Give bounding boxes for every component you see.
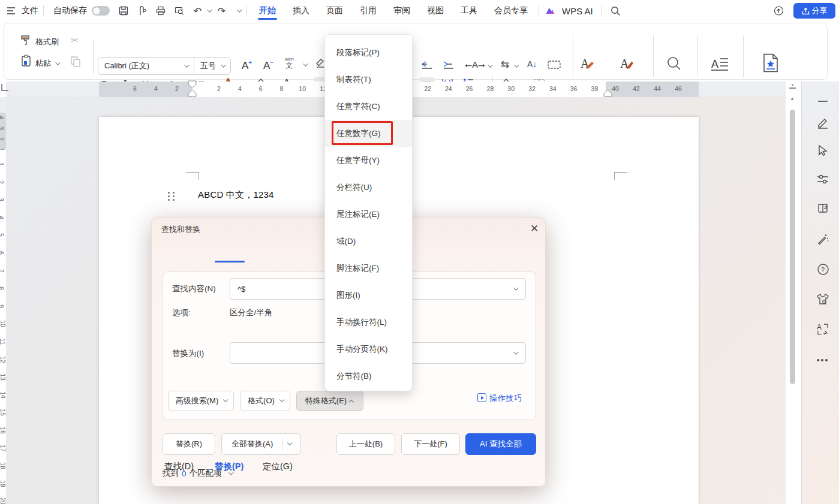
upload-cloud-icon[interactable] (774, 5, 784, 16)
scroll-up-icon[interactable]: ▲ (790, 96, 795, 101)
hamburger-menu-icon[interactable] (6, 6, 16, 16)
vertical-ruler[interactable]: 4321 1234567891011121314151617181920 (0, 97, 6, 504)
save-icon[interactable] (118, 6, 128, 16)
copy-icon[interactable] (70, 56, 81, 70)
dialog-close-icon[interactable]: ✕ (530, 222, 539, 235)
replace-all-button[interactable]: 全部替换(A) (221, 433, 300, 455)
char-scale-icon[interactable]: ⭠A⭢ (465, 59, 485, 70)
eco-reading-icon[interactable] (816, 201, 829, 215)
export-pdf-icon[interactable] (137, 6, 147, 16)
wps-ai-label[interactable]: WPS AI (562, 6, 593, 16)
menu-tab-3[interactable]: 页面 (324, 1, 345, 21)
menu-item[interactable]: 手动分页符(K) (325, 336, 412, 363)
dialog-tab-3[interactable]: 定位(G) (263, 461, 293, 472)
format-painter-icon[interactable] (20, 34, 32, 49)
sort-icon[interactable]: A↓ (527, 59, 537, 69)
tab-selector-icon[interactable] (1, 84, 8, 91)
replace-all-dropdown-icon[interactable] (287, 440, 292, 445)
increase-indent-icon[interactable] (442, 61, 455, 73)
text-direction-icon[interactable]: ⇆ (501, 58, 509, 71)
format-button[interactable]: 格式(O) (240, 391, 290, 411)
divider (93, 40, 94, 74)
menu-item[interactable]: 任意字母(Y) (325, 147, 412, 174)
show-marks-icon[interactable] (548, 61, 561, 71)
style-set-icon[interactable]: A (617, 55, 635, 75)
ruler-tick: 10 (299, 85, 306, 92)
share-button[interactable]: 分享 (793, 3, 835, 19)
decrease-font-icon[interactable]: A− (263, 59, 273, 72)
menu-item[interactable]: 任意数字(G) (325, 120, 412, 147)
format-painter-label[interactable]: 格式刷 (35, 37, 59, 47)
help-icon[interactable]: ? (816, 262, 829, 276)
print-preview-icon[interactable] (174, 6, 184, 16)
magic-wand-icon[interactable] (816, 233, 829, 246)
paragraph-drag-handle[interactable] (168, 192, 175, 201)
menu-item[interactable]: 手动换行符(L) (325, 309, 412, 336)
menu-item[interactable]: 分栏符(U) (325, 174, 412, 201)
tab-stop-icon[interactable]: ▼ (789, 84, 796, 89)
autosave-toggle[interactable] (92, 6, 110, 16)
menu-item[interactable]: 分节符(B) (325, 363, 412, 390)
print-icon[interactable] (155, 6, 166, 16)
next-button[interactable]: 下一处(F) (401, 433, 460, 455)
menu-tab-6[interactable]: 视图 (425, 1, 446, 21)
increase-font-icon[interactable]: A+ (242, 59, 252, 72)
document-text[interactable]: ABCD 中文，1234 (198, 189, 274, 201)
divider (653, 35, 654, 77)
dialog-title: 查找和替换 (161, 224, 200, 235)
right-indent-marker[interactable] (603, 89, 612, 97)
settings-sliders-icon[interactable] (816, 173, 829, 186)
menu-item[interactable]: 段落标记(P) (325, 39, 412, 66)
replace-history-dropdown-icon[interactable] (513, 349, 518, 354)
decrease-indent-icon[interactable] (420, 61, 434, 73)
hanging-indent-marker[interactable] (188, 89, 197, 97)
more-options-icon[interactable]: ••• (816, 354, 829, 367)
styles-icon[interactable]: A (578, 55, 596, 75)
paste-icon[interactable] (21, 55, 32, 70)
menu-tab-5[interactable]: 审阅 (391, 1, 413, 21)
font-name-combo[interactable]: Calibri (正文) 五号 (98, 57, 231, 75)
select-cursor-icon[interactable] (816, 144, 829, 157)
menu-tab-8[interactable]: 会员专享 (492, 1, 530, 21)
edit-pen-icon[interactable] (816, 116, 829, 129)
tips-link[interactable]: 操作技巧 (489, 393, 522, 404)
menu-tab-7[interactable]: 工具 (458, 1, 480, 21)
char-scale-dropdown-icon[interactable] (488, 62, 492, 67)
paste-dropdown-icon[interactable] (55, 60, 60, 65)
menu-item[interactable]: 域(D) (325, 228, 412, 255)
vertical-scrollbar-thumb[interactable] (790, 110, 795, 384)
translate-icon[interactable]: A (816, 322, 829, 336)
pinyin-guide-icon[interactable]: wén文 (285, 57, 294, 69)
replace-button[interactable]: 替换(R) (163, 433, 215, 455)
menu-item[interactable]: 制表符(T) (325, 66, 412, 93)
menu-item[interactable]: 脚注标记(F) (325, 255, 412, 282)
menu-item[interactable]: 任意字符(C) (325, 93, 412, 120)
menu-item[interactable]: 尾注标记(E) (325, 201, 412, 228)
smart-doc-icon[interactable] (762, 53, 779, 75)
collapse-ribbon-icon[interactable] (816, 95, 829, 108)
ai-find-all-button[interactable]: AI 查找全部 (465, 433, 536, 455)
layout-icon[interactable]: A (711, 56, 729, 75)
menu-tab-1[interactable]: 开始 (257, 1, 278, 21)
file-menu[interactable]: 文件 (22, 5, 38, 16)
ruler-tick: 40 (612, 85, 619, 92)
menu-tab-2[interactable]: 插入 (290, 1, 312, 21)
find-icon[interactable] (666, 56, 682, 74)
paste-label[interactable]: 粘贴 (35, 58, 51, 69)
cut-icon[interactable]: ✂ (70, 34, 79, 47)
find-history-dropdown-icon[interactable] (513, 285, 518, 290)
advanced-search-button[interactable]: 高级搜索(M) (168, 391, 234, 411)
redo-icon[interactable]: ↷ (216, 6, 227, 16)
first-line-indent-marker[interactable] (188, 80, 197, 89)
search-icon[interactable] (611, 6, 621, 16)
quickbar-more-icon[interactable] (237, 7, 242, 12)
menu-item[interactable]: 图形(I) (325, 282, 412, 309)
previous-button[interactable]: 上一处(B) (336, 433, 395, 455)
theme-skin-icon[interactable] (816, 292, 829, 306)
undo-icon[interactable]: ↶ (193, 6, 203, 16)
special-format-button[interactable]: 特殊格式(E) (296, 391, 363, 411)
pinyin-dropdown-icon[interactable] (303, 61, 308, 66)
menu-tab-4[interactable]: 引用 (357, 1, 379, 21)
undo-dropdown-icon[interactable] (207, 7, 212, 12)
text-direction-dropdown-icon[interactable] (514, 62, 519, 67)
